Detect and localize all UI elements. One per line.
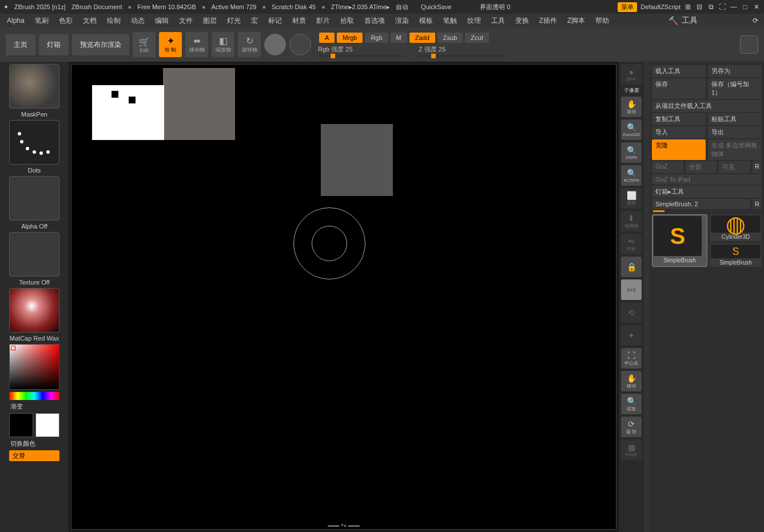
axis-icon[interactable]: ✦ xyxy=(621,325,642,346)
focal-icon[interactable] xyxy=(740,35,758,54)
alpha-selector[interactable] xyxy=(9,176,59,221)
menu-material[interactable]: 材质 xyxy=(288,15,311,27)
scale-gizmo-icon[interactable]: ◧缩放轴 xyxy=(212,32,234,57)
goz-all-button[interactable]: 全部 xyxy=(686,161,717,173)
menu-preferences[interactable]: 首选项 xyxy=(360,15,389,27)
layout2-icon[interactable]: ⊟ xyxy=(695,3,703,11)
dock-icon[interactable]: ⛶ xyxy=(718,3,726,11)
scroll-button[interactable]: ✋滚动 xyxy=(621,97,642,117)
material-selector[interactable] xyxy=(9,288,59,333)
current-tool-name[interactable]: SimpleBrush. 2 xyxy=(652,199,750,209)
m-button[interactable]: M xyxy=(391,33,407,43)
aahalf-button[interactable]: 🔍AC50% xyxy=(621,165,642,186)
rgb-button[interactable]: Rgb xyxy=(365,33,388,43)
copy-tool-button[interactable]: 复制工具 xyxy=(652,113,706,125)
zoom2d-button[interactable]: 🔍Zoom2D xyxy=(621,119,642,140)
save-button[interactable]: 保存 xyxy=(652,78,706,99)
minimize-icon[interactable]: — xyxy=(730,3,738,11)
menu-zplugin[interactable]: Z插件 xyxy=(535,15,562,27)
tool-item-cylinder3d[interactable]: ◍ Cylinder3D xyxy=(710,214,762,241)
xyz-button[interactable]: XYZ xyxy=(621,279,642,300)
secondary-color-swatch[interactable] xyxy=(35,413,59,437)
menu-marker[interactable]: 标记 xyxy=(264,15,286,27)
alternate-button[interactable]: 交替 xyxy=(9,450,59,461)
zsub-button[interactable]: Zsub xyxy=(437,33,463,43)
rgb-intensity-slider[interactable]: Rgb 强度 25 xyxy=(318,45,404,57)
goz-visible-button[interactable]: 可见 xyxy=(719,161,750,173)
tool-item-simplebrush[interactable]: S SimpleBrush xyxy=(652,214,707,267)
polyframe-button[interactable]: ▦PolyF xyxy=(621,439,642,460)
lock-button[interactable]: 🔒 xyxy=(621,257,642,277)
floor-button[interactable]: ⬇地网格 xyxy=(621,211,642,231)
goz-button[interactable]: GoZ xyxy=(652,161,683,173)
goz-r-button[interactable]: R xyxy=(753,161,762,173)
goz-ipad-button[interactable]: GoZ To iPad xyxy=(652,174,762,185)
zadd-button[interactable]: Zadd xyxy=(409,33,435,43)
move-view-button[interactable]: ✋移动 xyxy=(621,371,642,391)
a-button[interactable]: A xyxy=(319,33,335,43)
lightbox-tool-button[interactable]: 灯箱▸工具 xyxy=(652,186,762,198)
transparency-slider[interactable]: 界面透明 0 xyxy=(480,3,510,11)
switch-color-label[interactable]: 切换颜色 xyxy=(2,439,66,448)
import-button[interactable]: 导入 xyxy=(652,126,706,138)
menu-alpha[interactable]: Alpha xyxy=(2,15,29,26)
preview-boolean-button[interactable]: 预览布尔渲染 xyxy=(72,34,129,55)
menu-layer[interactable]: 图层 xyxy=(198,15,221,27)
menu-draw[interactable]: 绘制 xyxy=(102,15,125,27)
right-divider-handle[interactable] xyxy=(644,62,650,532)
menu-dynamic[interactable]: 动态 xyxy=(126,15,149,27)
canvas-scrollbar[interactable]: ▬▬ ▾▴ ▬▬ xyxy=(328,522,360,528)
load-tool-button[interactable]: 载入工具 xyxy=(652,65,706,77)
layout-icon[interactable]: ⊞ xyxy=(684,3,692,11)
save-as-button[interactable]: 另存为 xyxy=(708,65,762,77)
menu-movie[interactable]: 影片 xyxy=(312,15,335,27)
paste-tool-button[interactable]: 粘贴工具 xyxy=(708,113,762,125)
edit-mode-icon[interactable]: 🛒Edit xyxy=(133,32,156,57)
auto-label[interactable]: 自动 xyxy=(396,3,408,11)
draw-mode-icon[interactable]: ✦绘 制 xyxy=(159,32,182,57)
menu-brush[interactable]: 笔刷 xyxy=(30,15,53,27)
sphere1-icon[interactable] xyxy=(264,34,286,55)
menu-light[interactable]: 灯光 xyxy=(222,15,245,27)
restore-icon[interactable]: ⧉ xyxy=(707,3,715,11)
save-increment-button[interactable]: 保存（编号加 1） xyxy=(708,78,762,99)
canvas-viewport[interactable]: ▬▬ ▾▴ ▬▬ xyxy=(71,64,616,530)
zoom-view-button[interactable]: 🔍缩放 xyxy=(621,394,642,414)
gradient-label[interactable]: 渐变 xyxy=(2,402,66,411)
menu-texture[interactable]: 纹理 xyxy=(463,15,486,27)
export-button[interactable]: 导出 xyxy=(708,126,762,138)
menu-document[interactable]: 文档 xyxy=(78,15,101,27)
menu-zscript[interactable]: Z脚本 xyxy=(563,15,590,27)
quicksave-button[interactable]: QuickSave xyxy=(421,3,451,10)
mrgb-button[interactable]: Mrgb xyxy=(337,33,363,43)
tool-hammer-icon[interactable]: 🔨 xyxy=(668,16,678,25)
bpr-button[interactable]: ●BPR xyxy=(621,64,642,85)
rotate-view-button[interactable]: ⟳旋 转 xyxy=(621,417,642,437)
clone-button[interactable]: 克隆 xyxy=(652,139,706,160)
texture-selector[interactable] xyxy=(9,232,59,277)
color-picker[interactable] xyxy=(9,344,59,390)
stroke-selector[interactable] xyxy=(9,120,59,165)
actual-size-button[interactable]: 🔍100% xyxy=(621,142,642,163)
symmetry-button[interactable]: ⇋对称 xyxy=(621,234,642,254)
lightbox-button[interactable]: 灯箱 xyxy=(39,34,69,55)
menu-render[interactable]: 渲染 xyxy=(391,15,413,27)
brush-selector[interactable] xyxy=(9,64,59,109)
menu-stencil[interactable]: 模板 xyxy=(415,15,437,27)
close-icon[interactable]: ✕ xyxy=(753,3,761,11)
persp-button[interactable]: ⬜透视 xyxy=(621,188,642,209)
menu-stroke[interactable]: 笔触 xyxy=(439,15,461,27)
z-intensity-slider[interactable]: Z 强度 25 xyxy=(419,45,504,57)
menu-picker[interactable]: 拾取 xyxy=(336,15,359,27)
tool-r-button[interactable]: R xyxy=(753,199,762,209)
home-button[interactable]: 主页 xyxy=(6,34,35,55)
rotate-gizmo-icon[interactable]: ↻旋转轴 xyxy=(238,32,261,57)
menu-transform[interactable]: 变换 xyxy=(511,15,534,27)
menu-help[interactable]: 帮助 xyxy=(591,15,614,27)
menu-macro[interactable]: 宏 xyxy=(246,15,262,27)
maximize-icon[interactable]: □ xyxy=(741,3,749,11)
frame-button[interactable]: ⛶中心点 xyxy=(621,348,642,369)
sphere2-icon[interactable] xyxy=(289,34,311,55)
menu-color[interactable]: 色彩 xyxy=(54,15,77,27)
make-polymesh-button[interactable]: 生成 多边形网格物体 xyxy=(708,139,762,160)
